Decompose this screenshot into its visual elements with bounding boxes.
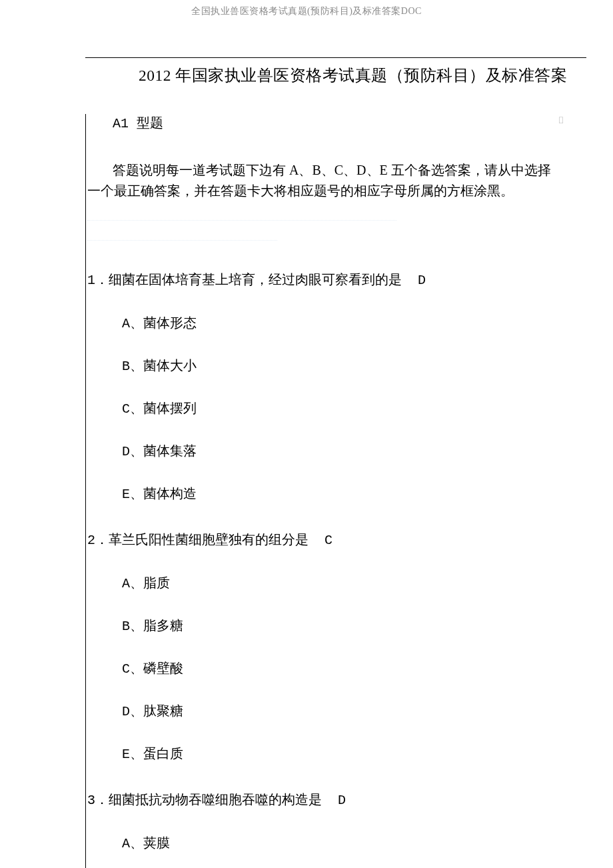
option-text: 菌体构造 [143, 486, 197, 501]
option-item: A、荚膜 [122, 833, 586, 853]
option-letter: D、 [122, 444, 143, 459]
option-letter: C、 [122, 401, 143, 417]
option-letter: E、 [122, 487, 143, 502]
question-text: 细菌抵抗动物吞噬细胞吞噬的构造是 [109, 792, 322, 807]
answer-key: C [324, 533, 332, 548]
title-row: 2012 年国家执业兽医资格考试真题（预防科目）及标准答案 [85, 57, 586, 86]
option-text: 肽聚糖 [143, 703, 183, 718]
answer-key: D [418, 273, 426, 288]
option-letter: E、 [122, 747, 143, 762]
option-item: B、脂多糖 [122, 616, 586, 636]
question-block: 2．革兰氏阳性菌细胞壁独有的组分是C A、脂质 B、脂多糖 C、磷壁酸 D、肽聚… [87, 529, 586, 764]
option-text: 脂多糖 [143, 618, 183, 633]
option-item: B、菌体大小 [122, 356, 586, 376]
instruction-block: 答题说明每一道考试题下边有 A、B、C、D、E 五个备选答案，请从中选择 一个最… [87, 160, 586, 201]
option-letter: A、 [122, 316, 143, 331]
header-text: 全国执业兽医资格考试真题(预防科目)及标准答案DOC [0, 0, 613, 17]
option-item: C、菌体摆列 [122, 399, 586, 419]
content-area: 2012 年国家执业兽医资格考试真题（预防科目）及标准答案 A1 型题 ⎕ 答题… [0, 17, 613, 868]
option-item: C、磷壁酸 [122, 659, 586, 679]
option-item: D、菌体集落 [122, 441, 586, 461]
question-block: 1．细菌在固体培育基上培育，经过肉眼可察看到的是D A、菌体形态 B、菌体大小 … [87, 269, 586, 504]
option-letter: A、 [122, 576, 143, 591]
option-item: E、菌体构造 [122, 484, 586, 504]
question-stem: 2．革兰氏阳性菌细胞壁独有的组分是C [86, 529, 586, 551]
document-page: 全国执业兽医资格考试真题(预防科目)及标准答案DOC 2012 年国家执业兽医资… [0, 0, 613, 868]
question-stem: 1．细菌在固体培育基上培育，经过肉眼可察看到的是D [86, 269, 586, 291]
question-type-heading: A1 型题 ⎕ [113, 114, 586, 132]
option-letter: C、 [122, 661, 143, 677]
option-item: A、脂质 [122, 573, 586, 593]
faint-line [87, 240, 277, 241]
question-number: 3． [87, 793, 109, 808]
question-block: 3．细菌抵抗动物吞噬细胞吞噬的构造是D A、荚膜 B、鞭毛 [87, 789, 586, 868]
faint-line [87, 220, 396, 221]
decorative-lines [87, 220, 586, 241]
option-text: 蛋白质 [143, 746, 183, 761]
decorative-mark: ⎕ [559, 117, 563, 125]
option-item: A、菌体形态 [122, 313, 586, 333]
instruction-line-2: 一个最正确答案，并在答题卡大将相应题号的相应字母所属的方框涂黑。 [87, 181, 586, 201]
option-text: 脂质 [143, 575, 170, 590]
option-text: 菌体集落 [143, 443, 197, 458]
section-type-label: A1 型题 [113, 116, 163, 131]
question-number: 2． [87, 533, 109, 548]
option-letter: B、 [122, 619, 143, 634]
answer-key: D [338, 793, 346, 808]
main-column: A1 型题 ⎕ 答题说明每一道考试题下边有 A、B、C、D、E 五个备选答案，请… [85, 114, 586, 868]
option-letter: B、 [122, 359, 143, 374]
option-text: 菌体摆列 [143, 401, 197, 415]
question-text: 细菌在固体培育基上培育，经过肉眼可察看到的是 [109, 272, 402, 287]
option-item: D、肽聚糖 [122, 701, 586, 721]
option-text: 菌体形态 [143, 315, 197, 330]
question-stem: 3．细菌抵抗动物吞噬细胞吞噬的构造是D [86, 789, 586, 811]
option-text: 菌体大小 [143, 358, 197, 373]
page-title: 2012 年国家执业兽医资格考试真题（预防科目）及标准答案 [139, 65, 586, 86]
option-item: E、蛋白质 [122, 744, 586, 764]
question-number: 1． [87, 273, 109, 288]
option-text: 荚膜 [143, 835, 170, 850]
question-text: 革兰氏阳性菌细胞壁独有的组分是 [109, 532, 308, 547]
option-letter: D、 [122, 704, 143, 719]
option-letter: A、 [122, 836, 143, 851]
option-text: 磷壁酸 [143, 661, 183, 675]
instruction-line-1: 答题说明每一道考试题下边有 A、B、C、D、E 五个备选答案，请从中选择 [113, 163, 551, 177]
